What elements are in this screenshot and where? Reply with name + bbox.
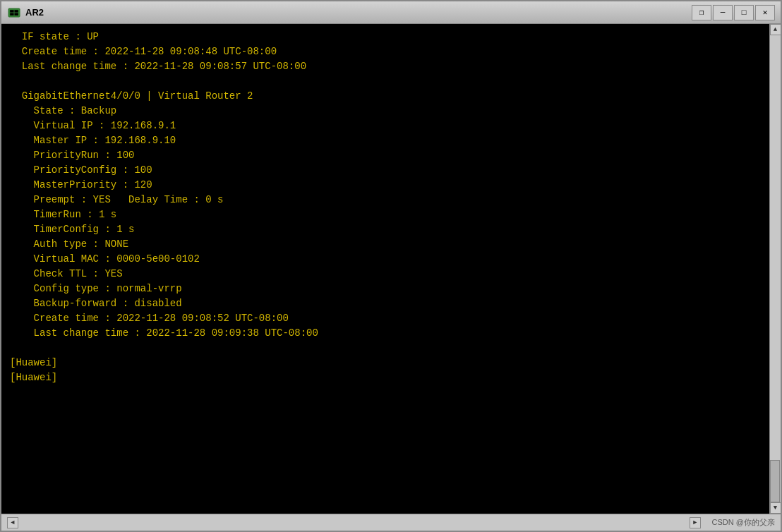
scroll-up-arrow[interactable]: ▲	[770, 24, 781, 35]
watermark-text: CSDN @你的父亲	[712, 517, 775, 528]
scroll-left-arrow[interactable]: ◄	[7, 517, 18, 528]
scroll-right-arrow[interactable]: ►	[690, 517, 701, 528]
vertical-scrollbar[interactable]: ▲ ▼	[769, 24, 781, 514]
title-bar: AR2 ❐ ─ □ ✕	[1, 1, 781, 24]
main-window: AR2 ❐ ─ □ ✕ IF state : UP Create time : …	[0, 0, 782, 532]
scroll-thumb[interactable]	[770, 460, 780, 502]
minimize-button[interactable]: ─	[713, 5, 733, 20]
terminal-output[interactable]: IF state : UP Create time : 2022-11-28 0…	[1, 24, 769, 514]
scroll-track[interactable]	[770, 35, 781, 502]
maximize-button[interactable]: □	[734, 5, 754, 20]
window-title: AR2	[25, 7, 44, 18]
bottom-bar: ◄ ► CSDN @你的父亲	[1, 514, 781, 531]
close-button[interactable]: ✕	[755, 5, 775, 20]
scroll-down-arrow[interactable]: ▼	[770, 502, 781, 514]
restore-button[interactable]: ❐	[692, 5, 711, 20]
title-bar-left: AR2	[7, 6, 44, 20]
title-bar-controls: ❐ ─ □ ✕	[692, 5, 775, 20]
app-icon	[7, 6, 21, 20]
horizontal-scrollbar[interactable]	[20, 514, 688, 531]
content-area: IF state : UP Create time : 2022-11-28 0…	[1, 24, 781, 514]
